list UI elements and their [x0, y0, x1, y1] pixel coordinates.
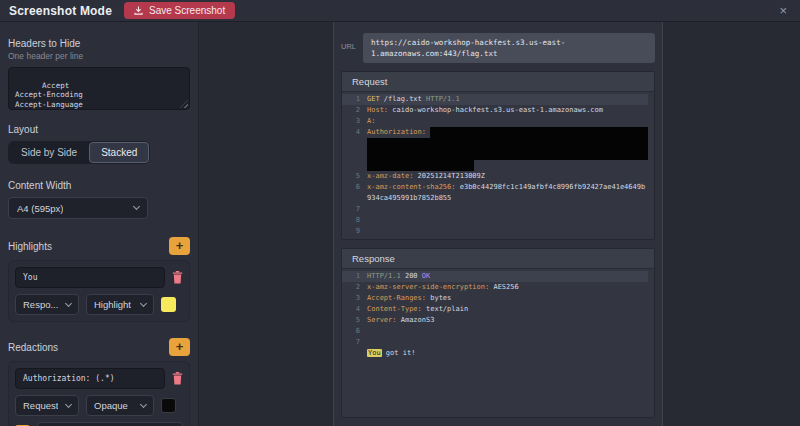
- topbar: Screenshot Mode Save Screenshot ×: [0, 0, 800, 22]
- line-number: 6: [346, 326, 360, 337]
- code-line: 3Accept-Ranges: bytes: [342, 293, 648, 304]
- code-line: 5Server: AmazonS3: [342, 315, 648, 326]
- line-number: 4: [346, 304, 360, 315]
- layout-segmented-control: Side by Side Stacked: [8, 141, 150, 164]
- code-line: 2Host: caido-workshop-hackfest.s3.us-eas…: [342, 105, 648, 116]
- code-token: x-amz-server-side-encryption:: [367, 283, 489, 291]
- code-content: A:: [367, 116, 648, 127]
- redaction-rule-card: Authorization: (.*) Request Opaque ✓: [8, 361, 190, 426]
- code-content: Authorization:: [367, 127, 648, 138]
- line-number: 4: [346, 127, 360, 138]
- line-number: 2: [346, 105, 360, 116]
- settings-sidebar: Headers to Hide One header per line Acce…: [0, 22, 199, 426]
- code-line: 4Content-Type: text/plain: [342, 304, 648, 315]
- code-content: GET /flag.txt HTTP/1.1: [367, 94, 648, 105]
- redaction-style-value: Opaque: [94, 400, 128, 411]
- trash-icon: [172, 271, 183, 284]
- chevron-down-icon: [65, 299, 72, 306]
- code-content: Content-Type: text/plain: [367, 304, 648, 315]
- content-width-value: A4 (595px): [17, 203, 63, 214]
- save-screenshot-button[interactable]: Save Screenshot: [124, 2, 235, 19]
- headers-to-hide-label: Headers to Hide: [8, 38, 190, 49]
- add-highlight-button[interactable]: +: [169, 237, 190, 255]
- code-line: 9: [342, 226, 648, 237]
- code-token: got it!: [382, 349, 416, 357]
- request-panel: Request 1GET /flag.txt HTTP/1.12Host: ca…: [341, 71, 655, 240]
- code-line: [342, 149, 648, 160]
- layout-label: Layout: [8, 124, 190, 135]
- code-token: A:: [367, 117, 375, 125]
- redactions-header: Redactions +: [8, 338, 190, 356]
- code-content: x-amz-content-sha256: e3b0c44298fc1c149a…: [367, 182, 648, 204]
- preview-area: URL https://caido-workshop-hackfest.s3.u…: [200, 22, 800, 426]
- code-token: /flag.txt: [380, 95, 426, 103]
- save-screenshot-label: Save Screenshot: [149, 5, 225, 16]
- code-token: GET: [367, 95, 380, 103]
- highlights-header: Highlights +: [8, 237, 190, 255]
- delete-highlight-button[interactable]: [172, 271, 183, 284]
- line-number: 8: [346, 215, 360, 226]
- response-editor[interactable]: 1HTTP/1.1 200 OK2x-amz-server-side-encry…: [342, 269, 654, 417]
- code-token: HTTP/1.1: [367, 272, 401, 280]
- code-token: You: [367, 349, 382, 357]
- add-redaction-button[interactable]: +: [169, 338, 190, 356]
- redaction-group-select[interactable]: Group 1: [37, 422, 183, 426]
- delete-redaction-button[interactable]: [172, 372, 183, 385]
- code-content: [367, 215, 648, 226]
- code-content: [367, 337, 648, 348]
- code-token: 200: [401, 272, 422, 280]
- request-editor[interactable]: 1GET /flag.txt HTTP/1.12Host: caido-work…: [342, 92, 654, 239]
- code-token: 20251214T213009Z: [413, 172, 485, 180]
- code-line: 3A:: [342, 116, 648, 127]
- code-token: text/plain: [422, 305, 468, 313]
- url-input[interactable]: https://caido-workshop-hackfest.s3.us-ea…: [363, 33, 655, 63]
- code-content: [367, 326, 648, 337]
- code-content: [367, 149, 648, 160]
- page-title: Screenshot Mode: [9, 4, 112, 18]
- code-token: AES256: [489, 283, 519, 291]
- code-token: AmazonS3: [397, 316, 435, 324]
- url-label: URL: [341, 42, 357, 51]
- redacted-block: [367, 149, 648, 160]
- resize-grip-icon[interactable]: [180, 100, 188, 108]
- redaction-pattern-input[interactable]: Authorization: (.*): [15, 368, 165, 389]
- redaction-style-select[interactable]: Opaque: [86, 395, 154, 416]
- code-line: 7: [342, 337, 648, 348]
- code-line: [342, 138, 648, 149]
- layout-option-side-by-side[interactable]: Side by Side: [9, 142, 89, 163]
- redactions-label: Redactions: [8, 342, 58, 353]
- chevron-down-icon: [140, 400, 147, 407]
- redacted-block: [367, 138, 648, 149]
- response-panel: Response 1HTTP/1.1 200 OK2x-amz-server-s…: [341, 248, 655, 418]
- close-icon[interactable]: ×: [775, 4, 791, 17]
- highlight-pattern-input[interactable]: You: [15, 267, 165, 288]
- redaction-scope-value: Request: [23, 400, 58, 411]
- line-number: 9: [346, 226, 360, 237]
- request-panel-title: Request: [342, 72, 654, 92]
- code-line: You got it!: [342, 348, 648, 359]
- code-token: caido-workshop-hackfest.s3.us-east-1.ama…: [388, 106, 603, 114]
- highlight-color-swatch[interactable]: [161, 297, 176, 312]
- url-row: URL https://caido-workshop-hackfest.s3.u…: [341, 33, 655, 63]
- code-content: HTTP/1.1 200 OK: [367, 271, 648, 282]
- highlight-style-select[interactable]: Highlight: [86, 294, 154, 315]
- redacted-block: [430, 127, 648, 138]
- redaction-scope-select[interactable]: Request: [15, 395, 79, 416]
- code-token: OK: [422, 272, 430, 280]
- code-token: Host:: [367, 106, 388, 114]
- highlight-scope-select[interactable]: Respo...: [15, 294, 79, 315]
- code-token: HTTP/1.1: [426, 95, 460, 103]
- code-content: [367, 138, 648, 149]
- code-content: You got it!: [367, 348, 648, 359]
- code-content: [367, 160, 648, 171]
- highlight-style-value: Highlight: [94, 299, 131, 310]
- content-width-select[interactable]: A4 (595px): [8, 197, 148, 219]
- code-token: x-amz-date:: [367, 172, 413, 180]
- headers-to-hide-textarea[interactable]: Accept Accept-Encoding Accept-Language C…: [8, 67, 190, 110]
- redaction-color-swatch[interactable]: [161, 398, 176, 413]
- code-line: 1GET /flag.txt HTTP/1.1: [342, 94, 648, 105]
- highlight-rule-card: You Respo... Highlight: [8, 260, 190, 322]
- line-number: 1: [346, 94, 360, 105]
- layout-option-stacked[interactable]: Stacked: [89, 142, 149, 163]
- code-line: 2x-amz-server-side-encryption: AES256: [342, 282, 648, 293]
